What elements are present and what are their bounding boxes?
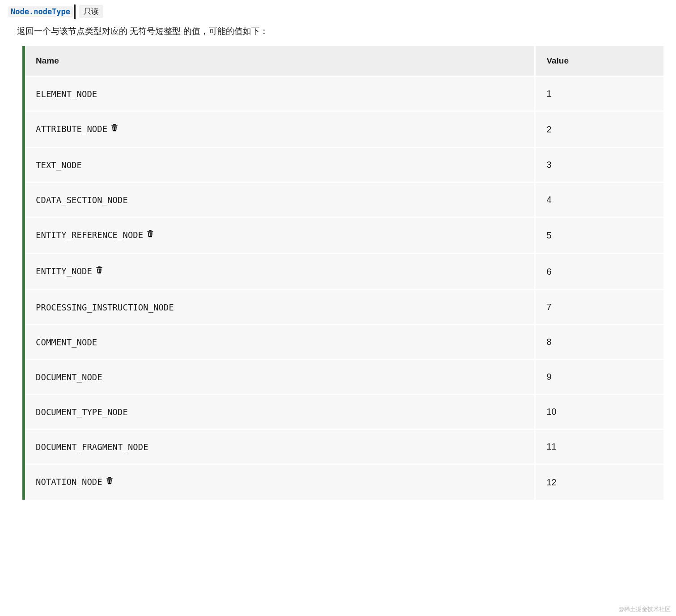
node-type-name-cell: COMMENT_NODE xyxy=(25,325,536,360)
table-row: DOCUMENT_TYPE_NODE10 xyxy=(25,395,663,430)
trash-icon xyxy=(95,265,104,276)
table-row: DOCUMENT_NODE9 xyxy=(25,360,663,395)
node-type-name-cell: DOCUMENT_TYPE_NODE xyxy=(25,395,536,430)
node-type-name: DOCUMENT_TYPE_NODE xyxy=(36,407,128,417)
node-type-value-cell: 8 xyxy=(536,325,663,360)
node-type-name: TEXT_NODE xyxy=(36,160,82,170)
node-type-name-cell: PROCESSING_INSTRUCTION_NODE xyxy=(25,290,536,325)
node-type-value-cell: 1 xyxy=(536,77,663,112)
node-type-value-cell: 9 xyxy=(536,360,663,395)
node-type-name: DOCUMENT_FRAGMENT_NODE xyxy=(36,442,148,452)
node-type-name: DOCUMENT_NODE xyxy=(36,372,102,382)
trash-icon xyxy=(110,123,119,134)
node-type-name-cell: ENTITY_NODE xyxy=(25,254,536,290)
description-suffix: 的值，可能的值如下： xyxy=(183,26,268,36)
node-type-value-cell: 12 xyxy=(536,465,663,500)
readonly-wrapper: 只读 xyxy=(76,5,103,18)
table-row: DOCUMENT_FRAGMENT_NODE11 xyxy=(25,430,663,465)
readonly-badge: 只读 xyxy=(79,5,103,18)
node-type-value-cell: 3 xyxy=(536,148,663,183)
column-header-name: Name xyxy=(25,46,536,77)
table-header-row: Name Value xyxy=(25,46,663,77)
node-type-name-cell: ATTRIBUTE_NODE xyxy=(25,112,536,148)
node-type-name-cell: NOTATION_NODE xyxy=(25,465,536,500)
node-type-value-cell: 10 xyxy=(536,395,663,430)
node-type-table-container: Name Value ELEMENT_NODE1ATTRIBUTE_NODE2T… xyxy=(22,46,663,500)
node-type-name-cell: ELEMENT_NODE xyxy=(25,77,536,112)
header-line: Node.nodeType 只读 xyxy=(8,5,668,18)
node-type-name-cell: ENTITY_REFERENCE_NODE xyxy=(25,218,536,254)
node-type-name: PROCESSING_INSTRUCTION_NODE xyxy=(36,302,174,312)
node-type-name: CDATA_SECTION_NODE xyxy=(36,195,128,205)
node-type-link[interactable]: Node.nodeType xyxy=(8,6,73,17)
node-type-name: NOTATION_NODE xyxy=(36,477,102,487)
node-type-value-cell: 7 xyxy=(536,290,663,325)
node-type-name: ENTITY_NODE xyxy=(36,266,92,276)
node-type-name-cell: DOCUMENT_FRAGMENT_NODE xyxy=(25,430,536,465)
node-type-name: ENTITY_REFERENCE_NODE xyxy=(36,230,143,240)
node-type-name-cell: TEXT_NODE xyxy=(25,148,536,183)
description-text: 返回一个与该节点类型对应的 无符号短整型 的值，可能的值如下： xyxy=(17,24,668,39)
node-type-name: ATTRIBUTE_NODE xyxy=(36,124,107,134)
description-prefix: 返回一个与该节点类型对应的 xyxy=(17,26,130,36)
node-type-value-cell: 5 xyxy=(536,218,663,254)
table-row: COMMENT_NODE8 xyxy=(25,325,663,360)
node-type-value-cell: 11 xyxy=(536,430,663,465)
node-type-value-cell: 2 xyxy=(536,112,663,148)
node-type-value-cell: 4 xyxy=(536,183,663,218)
node-type-name: COMMENT_NODE xyxy=(36,337,97,347)
node-type-name: ELEMENT_NODE xyxy=(36,89,97,99)
node-type-name-cell: DOCUMENT_NODE xyxy=(25,360,536,395)
description-emph: 无符号短整型 xyxy=(130,26,183,36)
table-row: CDATA_SECTION_NODE4 xyxy=(25,183,663,218)
column-header-value: Value xyxy=(536,46,663,77)
trash-icon xyxy=(146,229,155,240)
table-row: ATTRIBUTE_NODE2 xyxy=(25,112,663,148)
table-row: TEXT_NODE3 xyxy=(25,148,663,183)
table-row: NOTATION_NODE12 xyxy=(25,465,663,500)
node-type-name-cell: CDATA_SECTION_NODE xyxy=(25,183,536,218)
table-row: ENTITY_NODE6 xyxy=(25,254,663,290)
node-type-table: Name Value ELEMENT_NODE1ATTRIBUTE_NODE2T… xyxy=(25,46,663,500)
table-row: PROCESSING_INSTRUCTION_NODE7 xyxy=(25,290,663,325)
table-row: ENTITY_REFERENCE_NODE5 xyxy=(25,218,663,254)
table-row: ELEMENT_NODE1 xyxy=(25,77,663,112)
trash-icon xyxy=(105,476,114,487)
node-type-value-cell: 6 xyxy=(536,254,663,290)
